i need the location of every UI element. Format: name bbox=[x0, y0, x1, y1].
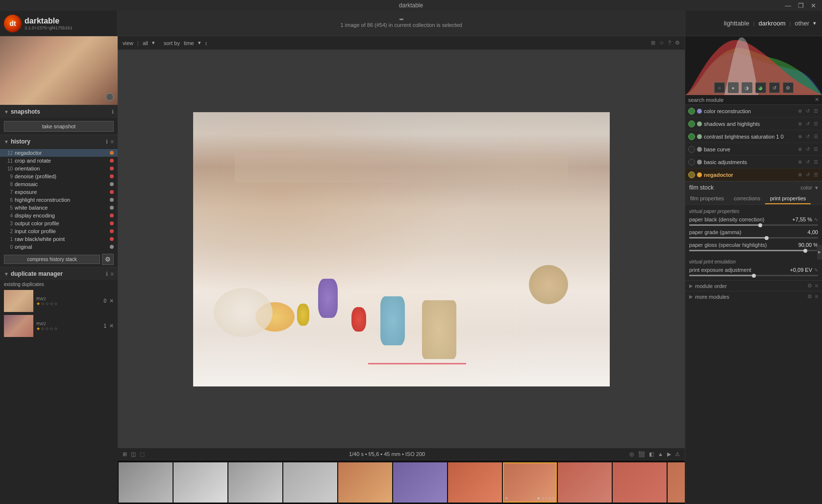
dup-menu-icon[interactable]: ≡ bbox=[111, 271, 114, 277]
paper-grade-thumb[interactable] bbox=[765, 236, 769, 240]
module-presets-btn[interactable]: ☰ bbox=[813, 171, 819, 178]
paper-gloss-slider[interactable] bbox=[689, 250, 818, 251]
view-icon-star[interactable]: ☆ bbox=[659, 40, 664, 46]
hist-btn-linear[interactable]: ○ bbox=[714, 82, 725, 93]
module-instances-btn[interactable]: ⊕ bbox=[797, 108, 803, 114]
module-instances-btn[interactable]: ⊕ bbox=[797, 159, 803, 165]
history-item[interactable]: 1 raw black/white point bbox=[0, 235, 118, 243]
view-all[interactable]: all bbox=[143, 40, 148, 46]
film-thumb-active[interactable]: ✕ ★ ☆☆☆☆ bbox=[503, 462, 557, 503]
module-enable-color-reconstruction[interactable] bbox=[688, 108, 695, 115]
module-enable-basic-adjustments[interactable] bbox=[688, 159, 695, 166]
status-icon-color[interactable]: ⬛ bbox=[638, 451, 645, 457]
view-dropdown[interactable]: ▾ bbox=[152, 40, 155, 46]
sort-order[interactable]: ↕ bbox=[205, 40, 208, 46]
paper-black-edit[interactable]: ✎ bbox=[814, 217, 818, 222]
compress-history-button[interactable]: compress history stack bbox=[4, 255, 100, 264]
sort-dropdown[interactable]: ▾ bbox=[198, 40, 201, 46]
minimize-button[interactable]: — bbox=[783, 2, 793, 9]
film-thumb[interactable] bbox=[283, 462, 337, 503]
history-item[interactable]: 3 output color profile bbox=[0, 219, 118, 227]
history-item[interactable]: 12 negadoctor bbox=[0, 149, 118, 157]
history-item[interactable]: 2 input color profile bbox=[0, 227, 118, 235]
film-thumb[interactable] bbox=[119, 462, 173, 503]
hist-btn-settings[interactable]: ⚙ bbox=[783, 82, 794, 93]
hist-btn-circle[interactable]: ● bbox=[728, 82, 739, 93]
module-reset-btn[interactable]: ↺ bbox=[805, 108, 811, 114]
film-thumb-close[interactable]: ✕ bbox=[505, 496, 508, 501]
status-icon-focus[interactable]: ◎ bbox=[629, 451, 634, 457]
nav-other[interactable]: other bbox=[795, 20, 809, 27]
module-presets-btn[interactable]: ☰ bbox=[813, 133, 819, 140]
snapshots-header[interactable]: ▼ snapshots ℹ bbox=[0, 105, 118, 118]
nav-darkroom[interactable]: darkroom bbox=[759, 20, 786, 27]
module-enable-negadoctor[interactable] bbox=[688, 171, 695, 178]
print-exposure-thumb[interactable] bbox=[752, 274, 756, 278]
module-instances-btn[interactable]: ⊕ bbox=[797, 133, 803, 140]
right-panel-collapse[interactable]: ▶ bbox=[817, 245, 822, 260]
module-order-row[interactable]: ▶ module order ⚙ ≡ bbox=[685, 280, 822, 291]
history-header[interactable]: ▼ history ℹ ≡ bbox=[0, 135, 118, 148]
dup-thumbnail-1[interactable] bbox=[4, 290, 33, 312]
status-icon-grid[interactable]: ⊞ bbox=[123, 451, 127, 457]
film-thumb[interactable] bbox=[558, 462, 612, 503]
module-order-settings[interactable]: ⚙ bbox=[807, 283, 812, 289]
status-icon-softproof[interactable]: ◧ bbox=[649, 451, 654, 457]
hist-btn-reset[interactable]: ↺ bbox=[769, 82, 780, 93]
history-item[interactable]: 0 original bbox=[0, 243, 118, 251]
sort-time[interactable]: time bbox=[184, 40, 194, 46]
film-thumb[interactable] bbox=[393, 462, 447, 503]
paper-black-thumb[interactable] bbox=[758, 223, 762, 227]
module-presets-btn[interactable]: ☰ bbox=[813, 146, 819, 152]
module-presets-btn[interactable]: ☰ bbox=[813, 120, 819, 127]
module-reset-btn[interactable]: ↺ bbox=[805, 146, 811, 152]
film-thumb[interactable] bbox=[228, 462, 282, 503]
module-reset-btn[interactable]: ↺ bbox=[805, 133, 811, 140]
module-enable-contrast-brightness[interactable] bbox=[688, 133, 695, 140]
more-modules-settings[interactable]: ⚙ bbox=[807, 293, 812, 300]
status-icon-warning[interactable]: ⚠ bbox=[675, 451, 680, 457]
nav-lighttable[interactable]: lighttable bbox=[724, 20, 749, 27]
tab-corrections[interactable]: corrections bbox=[729, 193, 765, 204]
tab-print-properties[interactable]: print properties bbox=[765, 193, 811, 204]
history-info-icon[interactable]: ℹ bbox=[106, 139, 108, 145]
dup-info-icon[interactable]: ℹ bbox=[106, 271, 108, 277]
film-thumb[interactable] bbox=[338, 462, 392, 503]
module-presets-btn[interactable]: ☰ bbox=[813, 108, 819, 114]
film-thumb[interactable] bbox=[448, 462, 502, 503]
paper-grade-slider[interactable] bbox=[689, 237, 818, 239]
module-enable-base-curve[interactable] bbox=[688, 146, 695, 153]
status-icon-play[interactable]: ▶ bbox=[667, 451, 671, 457]
status-icon-gamut[interactable]: ▲ bbox=[658, 451, 663, 457]
snapshots-info-icon[interactable]: ℹ bbox=[112, 109, 114, 115]
history-item[interactable]: 10 orientation bbox=[0, 165, 118, 172]
module-reset-btn[interactable]: ↺ bbox=[805, 120, 811, 127]
module-instances-btn[interactable]: ⊕ bbox=[797, 171, 803, 178]
more-modules-menu[interactable]: ≡ bbox=[815, 293, 818, 300]
nav-dropdown[interactable]: ▾ bbox=[813, 20, 816, 26]
module-presets-btn[interactable]: ☰ bbox=[813, 159, 819, 165]
hist-btn-green[interactable]: ◕ bbox=[755, 82, 766, 93]
view-icon-help[interactable]: ? bbox=[668, 40, 671, 46]
history-item[interactable]: 7 exposure bbox=[0, 188, 118, 196]
more-modules-row[interactable]: ▶ more modules ⚙ ≡ bbox=[685, 291, 822, 302]
history-menu-icon[interactable]: ≡ bbox=[111, 139, 114, 145]
film-stock-dropdown[interactable]: ▾ bbox=[815, 185, 818, 191]
print-exposure-slider[interactable] bbox=[689, 275, 818, 276]
compress-icon-button[interactable]: ⚙ bbox=[102, 254, 114, 265]
module-enable-shadows-highlights[interactable] bbox=[688, 120, 695, 127]
module-order-menu[interactable]: ≡ bbox=[815, 283, 818, 289]
image-container[interactable] bbox=[118, 50, 685, 448]
dup-close-2[interactable]: ✕ bbox=[109, 323, 114, 329]
history-item[interactable]: 6 highlight reconstruction bbox=[0, 196, 118, 204]
hist-btn-half[interactable]: ◑ bbox=[742, 82, 752, 93]
film-thumb[interactable] bbox=[668, 462, 685, 503]
dup-close-1[interactable]: ✕ bbox=[109, 298, 114, 304]
dup-thumbnail-2[interactable] bbox=[4, 315, 33, 337]
view-label[interactable]: view bbox=[123, 40, 133, 46]
view-icon-settings[interactable]: ⚙ bbox=[675, 40, 680, 46]
history-item[interactable]: 8 demosaic bbox=[0, 180, 118, 188]
module-reset-btn[interactable]: ↺ bbox=[805, 159, 811, 165]
search-close-icon[interactable]: ✕ bbox=[815, 96, 819, 103]
status-icon-map[interactable]: ◫ bbox=[131, 451, 136, 457]
